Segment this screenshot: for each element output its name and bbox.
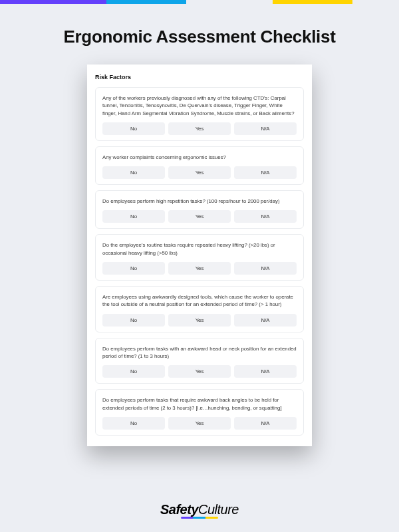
question-text: Any worker complaints concerning ergonom… xyxy=(102,154,297,161)
section-header: Risk Factors xyxy=(95,74,304,80)
page-title: Ergonomic Assessment Checklist xyxy=(0,27,399,47)
accent-bar xyxy=(0,0,399,4)
question-block: Any worker complaints concerning ergonom… xyxy=(95,146,304,185)
footer-brand-logo: SafetyCulture xyxy=(0,502,399,517)
answer-row: No Yes N/A xyxy=(102,262,297,275)
answer-row: No Yes N/A xyxy=(102,314,297,327)
answer-no-button[interactable]: No xyxy=(102,166,165,179)
answer-yes-button[interactable]: Yes xyxy=(168,166,231,179)
answer-na-button[interactable]: N/A xyxy=(234,122,297,135)
answer-na-button[interactable]: N/A xyxy=(234,262,297,275)
answer-yes-button[interactable]: Yes xyxy=(168,210,231,223)
answer-na-button[interactable]: N/A xyxy=(234,166,297,179)
answer-no-button[interactable]: No xyxy=(102,122,165,135)
answer-yes-button[interactable]: Yes xyxy=(168,417,231,430)
question-block: Do employees perform tasks that require … xyxy=(95,389,304,436)
answer-yes-button[interactable]: Yes xyxy=(168,122,231,135)
answer-no-button[interactable]: No xyxy=(102,314,165,327)
answer-yes-button[interactable]: Yes xyxy=(168,262,231,275)
question-text: Do employees perform tasks with an awkwa… xyxy=(102,345,297,360)
accent-bar-yellow xyxy=(273,0,352,4)
footer-brand-underline xyxy=(181,517,218,519)
question-block: Do the employee's routine tasks require … xyxy=(95,234,304,281)
answer-row: No Yes N/A xyxy=(102,365,297,378)
question-text: Do the employee's routine tasks require … xyxy=(102,241,297,257)
accent-bar-gap xyxy=(186,0,273,4)
answer-na-button[interactable]: N/A xyxy=(234,417,297,430)
question-text: Do employees perform high repetition tas… xyxy=(102,198,297,205)
answer-no-button[interactable]: No xyxy=(102,417,165,430)
question-text: Do employees perform tasks that require … xyxy=(102,396,297,412)
question-block: Do employees perform tasks with an awkwa… xyxy=(95,338,304,384)
answer-na-button[interactable]: N/A xyxy=(234,210,297,223)
question-block: Are employees using awkwardly designed t… xyxy=(95,286,304,332)
answer-row: No Yes N/A xyxy=(102,122,297,135)
checklist-card: Risk Factors Any of the workers previous… xyxy=(87,65,312,446)
answer-na-button[interactable]: N/A xyxy=(234,314,297,327)
accent-bar-purple xyxy=(0,0,106,4)
answer-row: No Yes N/A xyxy=(102,210,297,223)
question-block: Any of the workers previously diagnosed … xyxy=(95,87,304,141)
answer-no-button[interactable]: No xyxy=(102,210,165,223)
answer-yes-button[interactable]: Yes xyxy=(168,365,231,378)
answer-no-button[interactable]: No xyxy=(102,262,165,275)
answer-yes-button[interactable]: Yes xyxy=(168,314,231,327)
question-text: Any of the workers previously diagnosed … xyxy=(102,94,297,117)
accent-bar-blue xyxy=(106,0,186,4)
answer-row: No Yes N/A xyxy=(102,417,297,430)
question-block: Do employees perform high repetition tas… xyxy=(95,190,304,229)
footer-brand-light: Culture xyxy=(198,502,239,517)
answer-na-button[interactable]: N/A xyxy=(234,365,297,378)
footer-brand-bold: Safety xyxy=(160,502,198,517)
answer-no-button[interactable]: No xyxy=(102,365,165,378)
answer-row: No Yes N/A xyxy=(102,166,297,179)
question-text: Are employees using awkwardly designed t… xyxy=(102,293,297,309)
